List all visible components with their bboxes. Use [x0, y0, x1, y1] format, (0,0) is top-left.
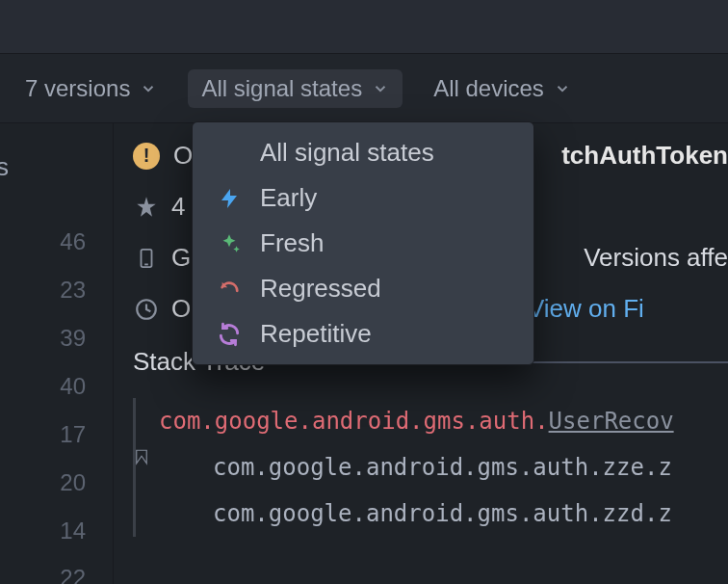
blank-icon — [216, 140, 243, 167]
signal-state-dropdown: All signal states Early Fresh Regressed … — [192, 121, 534, 365]
dropdown-item-label: Early — [260, 183, 317, 213]
left-gutter: sers 46 23 39 40 17 20 14 22 — [0, 123, 114, 584]
line-number: 22 — [60, 554, 86, 584]
filter-bar: 7 versions All signal states All devices — [0, 54, 728, 123]
stack-trace: com.google.android.gms.auth.UserRecov co… — [133, 398, 728, 537]
svg-marker-4 — [221, 189, 237, 208]
dropdown-item-fresh[interactable]: Fresh — [193, 221, 533, 266]
view-link[interactable]: View on Fi — [528, 294, 644, 324]
svg-marker-0 — [137, 197, 156, 217]
filter-signal-states-label: All signal states — [201, 75, 362, 102]
dropdown-item-label: All signal states — [260, 138, 434, 168]
line-number: 39 — [60, 314, 86, 362]
title-prefix: O — [173, 141, 193, 171]
stack-line: com.google.android.gms.auth.zzd.z — [159, 491, 728, 537]
time-value: O — [171, 294, 191, 324]
line-number: 17 — [60, 411, 86, 459]
sparkle-icon — [216, 230, 243, 257]
gutter-header: sers — [0, 141, 9, 193]
line-number: 23 — [60, 266, 86, 314]
top-bar — [0, 0, 728, 54]
stack-line: com.google.android.gms.auth.zze.z — [159, 444, 728, 491]
chevron-down-icon — [140, 80, 157, 97]
stack-package: com.google.android.gms.auth. — [159, 408, 549, 435]
filter-versions[interactable]: 7 versions — [12, 69, 170, 108]
dropdown-item-label: Repetitive — [260, 319, 372, 349]
dropdown-item-regressed[interactable]: Regressed — [193, 266, 533, 311]
title-method: tchAuthToken — [561, 141, 728, 171]
undo-icon — [216, 276, 243, 303]
dropdown-item-all[interactable]: All signal states — [193, 130, 533, 175]
filter-devices-label: All devices — [433, 75, 544, 102]
filter-signal-states[interactable]: All signal states — [188, 69, 403, 108]
line-number: 46 — [60, 218, 86, 266]
warning-icon: ! — [133, 143, 160, 170]
versions-affected-label: Versions affe — [584, 243, 728, 273]
filter-devices[interactable]: All devices — [420, 69, 585, 108]
crash-icon — [133, 194, 160, 221]
chevron-down-icon — [372, 80, 389, 97]
crash-count: 4 — [171, 192, 185, 222]
line-number: 40 — [60, 362, 86, 411]
clock-icon — [133, 296, 160, 323]
stack-line: com.google.android.gms.auth.UserRecov — [159, 398, 728, 444]
line-number: 14 — [60, 507, 86, 555]
dropdown-item-label: Regressed — [260, 274, 381, 304]
dropdown-item-label: Fresh — [260, 228, 324, 258]
line-number: 20 — [60, 459, 86, 507]
dropdown-item-repetitive[interactable]: Repetitive — [193, 311, 533, 357]
stack-class[interactable]: UserRecov — [549, 408, 674, 435]
bolt-icon — [216, 185, 243, 212]
chevron-down-icon — [554, 80, 571, 97]
filter-versions-label: 7 versions — [25, 75, 130, 102]
device-value: G — [171, 243, 191, 273]
dropdown-item-early[interactable]: Early — [193, 175, 533, 221]
bookmark-icon — [133, 446, 150, 467]
repeat-icon — [216, 321, 243, 348]
device-icon — [133, 245, 160, 272]
